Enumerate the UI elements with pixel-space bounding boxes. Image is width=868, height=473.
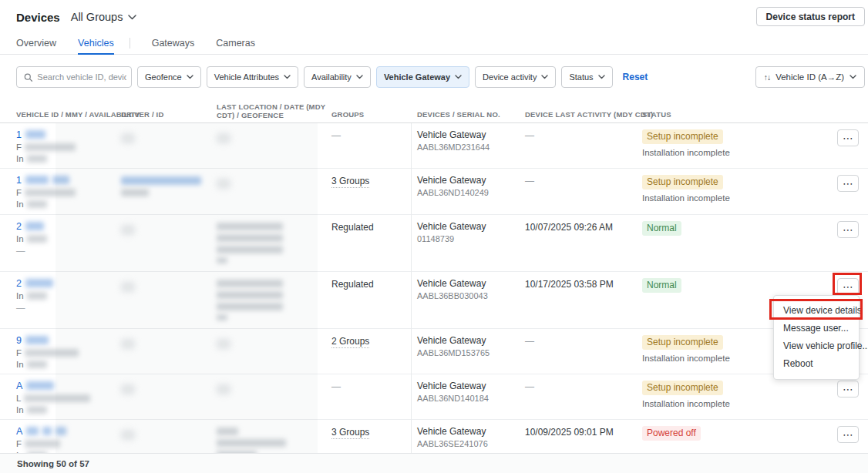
groups-cell: 2 Groups: [331, 329, 405, 347]
device-serial: AABL36MD153765: [417, 348, 522, 357]
filter-vehicle-attributes[interactable]: Vehicle Attributes: [207, 66, 298, 88]
driver-cell: [121, 272, 212, 294]
availability-prefix: In: [16, 154, 24, 163]
groups-value[interactable]: 3 Groups: [331, 176, 369, 188]
device-serial: AABL36ND140249: [417, 188, 522, 197]
redacted-text: [217, 384, 230, 394]
driver-cell: [121, 329, 212, 351]
tab-vehicles[interactable]: Vehicles: [78, 35, 114, 55]
table-row: 2In—RegulatedVehicle GatewayAABL36BB0300…: [0, 272, 868, 329]
table-row: 2In—RegulatedVehicle Gateway0114873910/0…: [0, 215, 868, 272]
menu-item-message-user[interactable]: Message user...: [774, 320, 859, 337]
activity-cell: —: [525, 329, 639, 347]
vehicle-availability: —: [16, 246, 118, 255]
chevron-down-icon: [849, 75, 856, 79]
device-type: Vehicle Gateway: [417, 335, 522, 347]
status-cell: Powered off: [642, 420, 804, 441]
chevron-down-icon: [455, 75, 462, 79]
menu-item-view-device-details[interactable]: View device details: [774, 302, 859, 320]
reset-filters-link[interactable]: Reset: [623, 72, 648, 82]
vehicle-id-link[interactable]: 9: [16, 335, 22, 346]
vehicle-id-link[interactable]: A: [16, 381, 22, 391]
vehicle-mmy: F: [16, 439, 118, 448]
row-actions-button[interactable]: ⋯: [837, 175, 859, 192]
vehicle-id-link[interactable]: 2: [16, 278, 22, 289]
tab-cameras[interactable]: Cameras: [216, 35, 255, 55]
device-cell: Vehicle GatewayAABL36BB030043: [417, 272, 522, 300]
filter-vehicle-gateway[interactable]: Vehicle Gateway: [376, 66, 469, 88]
groups-value[interactable]: 3 Groups: [331, 427, 369, 439]
location-cell: [217, 374, 328, 396]
device-cell: Vehicle GatewayAABL36SE241076: [417, 420, 522, 448]
activity-cell: —: [525, 123, 639, 141]
filter-availability[interactable]: Availability: [304, 66, 371, 88]
mmy-prefix: In: [16, 234, 24, 243]
filter-geofence[interactable]: Geofence: [137, 66, 201, 88]
tab-gateways[interactable]: Gateways: [152, 35, 195, 55]
device-serial: AABL36ND140184: [417, 394, 522, 403]
column-header-status: STATUS: [642, 111, 671, 119]
row-actions-button[interactable]: ⋯: [837, 129, 859, 146]
search-box[interactable]: [16, 66, 132, 88]
redacted-text: [121, 339, 135, 349]
vehicle-id-link[interactable]: A: [16, 426, 22, 437]
redacted-vehicle-id: [56, 427, 66, 435]
redacted-vehicle-id: [42, 427, 52, 435]
filter-vehicle-gateway-label: Vehicle Gateway: [384, 72, 450, 82]
row-actions-button[interactable]: ⋯: [837, 381, 859, 398]
device-status-report-button[interactable]: Device status report: [756, 7, 865, 26]
filter-device-activity-label: Device activity: [483, 72, 537, 82]
status-cell: Normal: [642, 272, 804, 293]
tab-overview[interactable]: Overview: [16, 35, 56, 55]
vehicle-id-link[interactable]: 2: [16, 221, 22, 232]
vehicle-availability: In: [16, 154, 118, 163]
status-cell: Setup incompleteInstallation incomplete: [642, 123, 804, 157]
activity-cell: 10/09/2025 09:01 PM: [525, 420, 639, 438]
chevron-down-icon: [356, 75, 363, 79]
device-serial: AABL36MD231644: [417, 143, 522, 152]
redacted-driver-id: [121, 189, 149, 196]
redacted-mmy: [25, 349, 79, 357]
row-actions-button[interactable]: ⋯: [837, 221, 859, 238]
vehicle-id-link[interactable]: 1: [16, 129, 22, 140]
location-cell: [217, 329, 328, 351]
redacted-vehicle-id: [26, 427, 39, 435]
redacted-location: [217, 223, 283, 230]
redacted-vehicle-id: [25, 336, 49, 344]
row-actions-button[interactable]: ⋯: [837, 426, 859, 443]
activity-cell: 10/17/2025 03:58 PM: [525, 272, 639, 290]
vehicle-id-link[interactable]: 1: [16, 175, 22, 186]
group-selector[interactable]: All Groups: [71, 11, 137, 23]
menu-item-view-vehicle-profile[interactable]: View vehicle profile...: [774, 337, 859, 355]
row-actions-button[interactable]: ⋯: [837, 278, 859, 295]
redacted-location: [217, 234, 283, 242]
mmy-prefix: F: [16, 439, 22, 448]
search-input[interactable]: [37, 72, 126, 82]
filter-status[interactable]: Status: [561, 66, 612, 88]
groups-value[interactable]: 2 Groups: [331, 336, 369, 348]
column-header-devices: DEVICES / SERIAL NO.: [417, 111, 500, 119]
location-cell: [217, 272, 328, 324]
device-type: Vehicle Gateway: [417, 221, 522, 233]
device-cell: Vehicle GatewayAABL36ND140184: [417, 374, 522, 403]
sort-label: Vehicle ID (A→Z): [775, 72, 844, 82]
group-selector-label: All Groups: [71, 11, 123, 23]
table-footer: Showing 50 of 57: [0, 453, 868, 473]
chevron-down-icon: [541, 75, 548, 79]
table-row: 1FIn3 GroupsVehicle GatewayAABL36ND14024…: [0, 169, 868, 215]
redacted-availability: [27, 200, 47, 208]
menu-item-reboot[interactable]: Reboot: [774, 355, 859, 373]
filter-status-label: Status: [569, 72, 593, 82]
redacted-location: [217, 280, 283, 287]
groups-cell: 3 Groups: [331, 169, 405, 186]
redacted-availability: [27, 361, 47, 368]
sort-selector[interactable]: ↑↓ Vehicle ID (A→Z): [755, 66, 865, 88]
status-badge: Setup incomplete: [642, 175, 723, 190]
redacted-location: [217, 428, 238, 435]
showing-count: Showing 50 of 57: [17, 459, 89, 468]
status-sub: Installation incomplete: [642, 148, 804, 157]
vehicle-id: 1: [16, 175, 118, 186]
device-cell: Vehicle Gateway01148739: [417, 215, 522, 243]
filter-device-activity[interactable]: Device activity: [475, 66, 556, 88]
redacted-vehicle-id: [25, 222, 44, 230]
